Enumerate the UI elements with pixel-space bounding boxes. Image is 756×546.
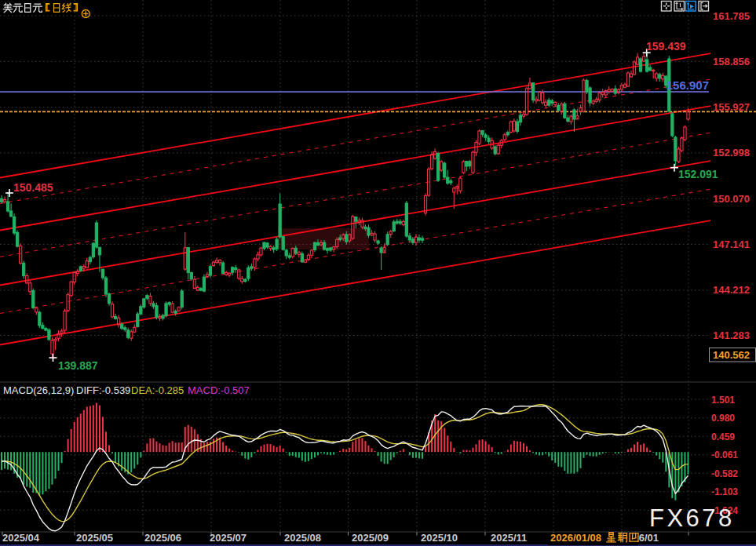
svg-text:FX678: FX678 [649, 504, 735, 532]
svg-text:2025/06: 2025/06 [144, 532, 181, 544]
svg-text:0.980: 0.980 [711, 413, 735, 424]
svg-text:139.887: 139.887 [58, 359, 98, 372]
svg-text:2026/01/08: 2026/01/08 [550, 532, 601, 544]
svg-text:-0.582: -0.582 [711, 468, 738, 479]
svg-text:2025/07: 2025/07 [210, 532, 247, 544]
svg-text:155.927: 155.927 [713, 101, 750, 113]
svg-text:MACD(26,12,9): MACD(26,12,9) [3, 384, 74, 396]
svg-text:2025/10: 2025/10 [421, 532, 458, 544]
svg-text:158.856: 158.856 [713, 56, 750, 67]
svg-text:144.212: 144.212 [713, 284, 750, 296]
svg-text:DIFF:-0.539: DIFF:-0.539 [76, 384, 130, 396]
svg-text:MACD:-0.507: MACD:-0.507 [188, 384, 250, 396]
svg-text:152.091: 152.091 [678, 168, 718, 180]
svg-text:159.439: 159.439 [646, 40, 686, 53]
svg-text:150.070: 150.070 [713, 193, 750, 205]
svg-text:161.785: 161.785 [713, 10, 750, 22]
svg-text:141.283: 141.283 [713, 329, 750, 341]
svg-text:1.501: 1.501 [711, 395, 735, 406]
svg-text:2025/05: 2025/05 [76, 532, 113, 544]
svg-text:2025/08: 2025/08 [284, 532, 321, 544]
svg-text:-0.061: -0.061 [711, 450, 738, 460]
svg-text:140.562: 140.562 [713, 349, 750, 361]
svg-text:156.907: 156.907 [667, 78, 709, 92]
svg-text:2025/09: 2025/09 [352, 532, 389, 544]
svg-text:150.485: 150.485 [13, 181, 53, 194]
svg-text:-1.103: -1.103 [711, 486, 738, 497]
svg-text:0.459: 0.459 [711, 431, 735, 442]
svg-text:2025/11: 2025/11 [491, 532, 527, 544]
svg-text:147.141: 147.141 [713, 238, 750, 250]
svg-text:152.998: 152.998 [713, 147, 750, 158]
svg-text:DEA:-0.285: DEA:-0.285 [131, 384, 184, 396]
svg-text:2025/04: 2025/04 [2, 532, 40, 544]
